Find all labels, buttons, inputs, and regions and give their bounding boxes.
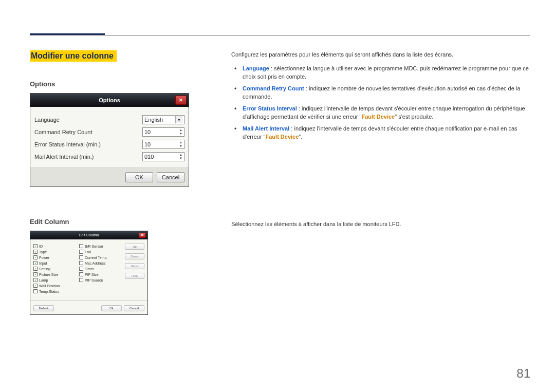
checkbox-row[interactable]: Power [33, 255, 76, 259]
checkbox-label: Power [39, 256, 49, 259]
mail-interval-value: 010 [144, 154, 154, 160]
checkbox-label: Mac Address [85, 262, 105, 265]
checkbox-label: PIP Source [85, 278, 103, 282]
checkbox-icon [79, 255, 83, 259]
checkbox-icon [79, 250, 83, 254]
mail-interval-spinner[interactable]: 010 ▲▼ [142, 152, 184, 161]
checkbox-row[interactable]: ID [33, 244, 76, 248]
checkbox-label: B/R Sensor [85, 245, 103, 248]
error-interval-label: Error Status Interval (min.) [34, 141, 101, 147]
text: ". [299, 134, 302, 140]
retry-spinner[interactable]: 10 ▲▼ [142, 127, 184, 137]
keyword-mail: Mail Alert Interval [243, 125, 289, 132]
checkbox-label: PIP Size [85, 273, 99, 276]
error-interval-spinner[interactable]: 10 ▲▼ [142, 140, 184, 149]
checkbox-icon [79, 278, 83, 282]
checkbox-row[interactable]: Mac Address [79, 261, 122, 265]
checkbox-row[interactable]: Type [33, 250, 76, 254]
spinner-icon: ▲▼ [179, 141, 182, 148]
bullet-error: Error Status Interval : indiquez l'inter… [234, 104, 529, 121]
text: : sélectionnez la langue à utiliser avec… [243, 65, 529, 80]
cancel-button[interactable]: Cancel [124, 305, 144, 311]
checkbox-row[interactable]: Wall Position [33, 284, 76, 288]
checkbox-label: ID [39, 245, 43, 248]
checkbox-row[interactable]: PIP Source [79, 278, 122, 282]
checkbox-icon [33, 255, 38, 259]
checkbox-row[interactable]: Current Temp. [79, 255, 122, 259]
checkbox-icon [33, 278, 38, 282]
checkbox-icon [79, 272, 83, 276]
dialog-titlebar: Edit Column ✕ [30, 231, 147, 239]
checkbox-row[interactable]: Input [33, 261, 76, 265]
language-value: English [144, 117, 163, 123]
close-icon[interactable]: ✕ [139, 233, 146, 238]
checkbox-label: Setting [39, 267, 50, 271]
mail-interval-label: Mail Alert Interval (min.) [34, 154, 94, 160]
checkbox-row[interactable]: Picture Size [33, 272, 76, 276]
checkbox-icon [79, 267, 83, 271]
checkbox-label: Input [39, 262, 47, 265]
checkbox-label: Type [39, 250, 47, 254]
edit-column-dialog: Edit Column ✕ IDTypePowerInputSettingPic… [30, 231, 148, 315]
up-button[interactable]: Up [125, 244, 144, 250]
keyword-language: Language [243, 65, 269, 71]
checkbox-row[interactable]: Lamp [33, 278, 76, 282]
keyword-retry: Command Retry Count [243, 85, 304, 91]
divider [30, 300, 147, 301]
spinner-icon: ▲▼ [179, 153, 182, 160]
checkbox-icon [33, 272, 38, 276]
bullet-retry: Command Retry Count : indiquez le nombre… [234, 84, 529, 101]
checkbox-icon [33, 261, 38, 265]
dialog-title: Options [99, 97, 120, 103]
error-interval-value: 10 [144, 141, 151, 147]
hide-button[interactable]: Hide [125, 273, 144, 279]
checkbox-icon [33, 267, 38, 271]
checkbox-label: Current Temp. [85, 256, 107, 259]
checkbox-row[interactable]: Setting [33, 267, 76, 271]
checkbox-label: Picture Size [39, 273, 58, 276]
edit-column-description: Sélectionnez les éléments à afficher dan… [231, 220, 529, 229]
edit-column-heading: Edit Column [30, 218, 199, 226]
checkbox-label: Lamp [39, 278, 48, 282]
language-select[interactable]: English ▼ [142, 115, 184, 124]
checkbox-icon [33, 289, 38, 293]
checkbox-column-1: IDTypePowerInputSettingPicture SizeLampW… [33, 242, 76, 295]
page-number: 81 [516, 366, 530, 381]
checkbox-row[interactable]: B/R Sensor [79, 244, 122, 248]
options-dialog: Options ✕ Language English ▼ Command Ret… [30, 93, 189, 187]
default-button[interactable]: Default [33, 305, 54, 311]
checkbox-icon [33, 244, 38, 248]
keyword-fault-device: Fault Device [361, 114, 395, 120]
language-label: Language [34, 117, 60, 123]
checkbox-row[interactable]: PIP Size [79, 272, 122, 276]
checkbox-icon [33, 284, 38, 288]
checkbox-row[interactable]: Timer [79, 267, 122, 271]
retry-value: 10 [144, 129, 151, 135]
close-icon[interactable]: ✕ [175, 96, 187, 105]
checkbox-label: Wall Position [39, 284, 60, 288]
intro-text: Configurez les paramètres pour les éléme… [231, 50, 529, 59]
dialog-titlebar: Options ✕ [30, 94, 189, 107]
checkbox-row[interactable]: Temp.Status [33, 289, 76, 293]
checkbox-label: Fan [85, 250, 91, 254]
top-rule [30, 35, 530, 35]
show-button[interactable]: Show [125, 263, 144, 269]
spinner-icon: ▲▼ [179, 128, 182, 136]
checkbox-column-2: B/R SensorFanCurrent Temp.Mac AddressTim… [79, 242, 122, 295]
options-heading: Options [30, 80, 199, 88]
dialog-title: Edit Column [79, 233, 99, 237]
ok-button[interactable]: OK [125, 172, 153, 182]
bullet-mail: Mail Alert Interval : indiquez l'interva… [234, 124, 529, 141]
bullet-language: Language : sélectionnez la langue à util… [234, 64, 529, 81]
ok-button[interactable]: Ok [101, 305, 122, 311]
checkbox-label: Temp.Status [39, 290, 59, 293]
checkbox-icon [79, 244, 83, 248]
chevron-down-icon: ▼ [175, 116, 182, 123]
down-button[interactable]: Down [125, 253, 144, 259]
checkbox-icon [33, 250, 38, 254]
checkbox-row[interactable]: Fan [79, 250, 122, 254]
cancel-button[interactable]: Cancel [157, 172, 184, 182]
section-title: Modifier une colonne [30, 50, 117, 62]
text: " s'est produite. [395, 114, 433, 120]
checkbox-icon [79, 261, 83, 265]
